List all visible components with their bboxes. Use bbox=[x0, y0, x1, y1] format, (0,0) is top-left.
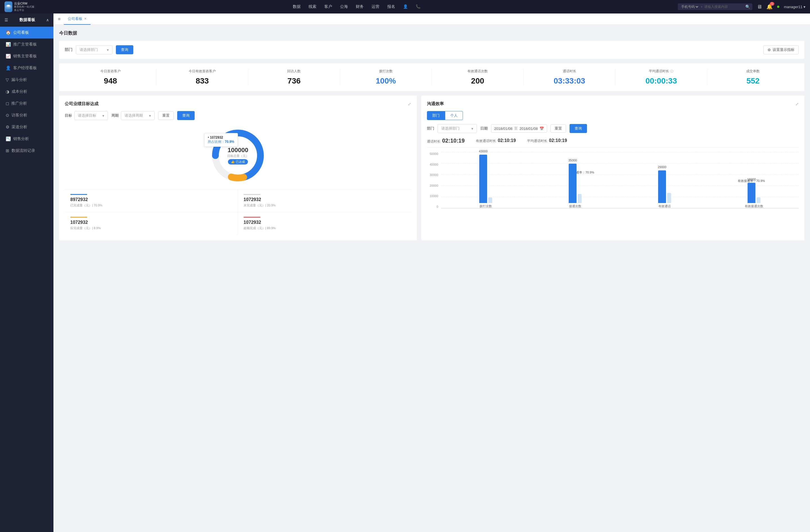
goal-panel-title: 公司业绩目标达成 bbox=[65, 101, 98, 106]
nav-phone-icon[interactable]: 📞 bbox=[416, 3, 420, 11]
donut-chart: 100000 目标总量（元） 👍 已达成 • 1072932 所占比例：70.9… bbox=[207, 124, 269, 186]
nav-data[interactable]: 数据 bbox=[293, 3, 301, 11]
stat-label-effective-calls: 有效通话次数 bbox=[432, 69, 523, 74]
sidebar-item-channel[interactable]: ⚙ 渠道分析 bbox=[0, 121, 53, 133]
notification-badge: 5 bbox=[770, 2, 774, 6]
comm-call-duration: 通话时长 02:10:19 bbox=[427, 137, 465, 144]
should-complete-label: 应完成量（元）| 8.9% bbox=[70, 226, 232, 230]
donut-chart-wrap: 100000 目标总量（元） 👍 已达成 • 1072932 所占比例：70.9… bbox=[65, 124, 411, 186]
sidebar-item-label-channel: 渠道分析 bbox=[12, 124, 27, 130]
search-type-select[interactable]: 手机号码 bbox=[680, 4, 699, 9]
sidebar-item-label-sales: 销售分析 bbox=[13, 136, 29, 142]
goal-target-arrow: ▾ bbox=[102, 114, 104, 118]
stat-label-avg-duration: 平均通话时长 ⓘ bbox=[615, 69, 707, 74]
bar-effective-secondary bbox=[667, 193, 671, 203]
bar-eff-connect-main bbox=[748, 183, 756, 203]
comm-date-range[interactable]: 2018/01/08 至 2018/01/08 📅 bbox=[491, 124, 547, 133]
search-icon[interactable]: 🔍 bbox=[745, 4, 750, 9]
sidebar-title: 数据看板 bbox=[19, 17, 35, 22]
stat-value-deals: 552 bbox=[707, 77, 799, 85]
sales-manager-icon: 📈 bbox=[6, 54, 11, 59]
sidebar-item-cost[interactable]: ◑ 成本分析 bbox=[0, 86, 53, 98]
bar-connect-main bbox=[569, 164, 577, 203]
sidebar: ☰ 数据看板 ∧ 🏠 公司看板 📊 推广主管看板 📈 销售主管看板 👤 客户经理… bbox=[0, 14, 53, 532]
goal-period-arrow: ▾ bbox=[149, 114, 151, 118]
stat-avg-duration: 平均通话时长 ⓘ 00:00:33 bbox=[615, 69, 707, 85]
dept-select[interactable]: 请选择部门 ▾ bbox=[76, 45, 113, 54]
tab-bar: ≡ 公司看板 ✕ bbox=[53, 14, 810, 25]
bar-group-dial-bars: 43000 bbox=[479, 155, 492, 203]
tab-close-icon[interactable]: ✕ bbox=[84, 17, 87, 20]
goal-period-select[interactable]: 请选择周期 ▾ bbox=[121, 111, 155, 120]
sidebar-header[interactable]: ☰ 数据看板 ∧ bbox=[0, 14, 53, 27]
goal-period-placeholder: 请选择周期 bbox=[125, 113, 143, 118]
goal-panel: 公司业绩目标达成 ⤢ 目标 请选择目标 ▾ 周期 bbox=[59, 96, 417, 240]
sidebar-item-sales[interactable]: 📉 销售分析 bbox=[0, 133, 53, 145]
tab-company-board[interactable]: 公司看板 ✕ bbox=[64, 14, 91, 25]
user-menu[interactable]: manager11 ▾ bbox=[784, 5, 806, 9]
goal-reset-button[interactable]: 重置 bbox=[158, 111, 174, 120]
nav-operations[interactable]: 运营 bbox=[372, 3, 379, 11]
bar-effective-main-wrap: 29000 bbox=[658, 170, 666, 203]
calendar-icon: 📅 bbox=[539, 127, 544, 131]
donut-center-badge: 👍 已达成 bbox=[228, 159, 248, 165]
goal-target-placeholder: 请选择目标 bbox=[78, 113, 96, 118]
channel-icon: ⚙ bbox=[6, 124, 9, 130]
comm-query-button[interactable]: 查询 bbox=[569, 124, 587, 133]
comm-tab-individual[interactable]: 个人 bbox=[445, 111, 463, 120]
nav-person-icon[interactable]: 👤 bbox=[403, 3, 408, 11]
sidebar-item-promotion[interactable]: ◻ 推广分析 bbox=[0, 98, 53, 110]
sidebar-item-funnel[interactable]: ▽ 漏斗分析 bbox=[0, 74, 53, 86]
goal-panel-expand-icon[interactable]: ⤢ bbox=[408, 102, 411, 106]
settings-display-button[interactable]: ⚙ 设置显示指标 bbox=[763, 45, 799, 54]
goal-target-select[interactable]: 请选择目标 ▾ bbox=[74, 111, 108, 120]
stat-value-effective-calls: 200 bbox=[432, 77, 523, 85]
comm-panel-title: 沟通效率 bbox=[427, 101, 444, 106]
stat-first-consult: 今日首咨客户 948 bbox=[65, 69, 156, 85]
panels-row: 公司业绩目标达成 ⤢ 目标 请选择目标 ▾ 周期 bbox=[59, 96, 804, 240]
username-label: manager11 bbox=[784, 5, 803, 9]
sidebar-item-promotion-manager[interactable]: 📊 推广主管看板 bbox=[0, 38, 53, 50]
nav-finance[interactable]: 财务 bbox=[356, 3, 364, 11]
visitor-icon: ⊙ bbox=[6, 113, 9, 118]
tab-bar-toggle[interactable]: ≡ bbox=[58, 17, 61, 22]
sidebar-item-visitor[interactable]: ⊙ 访客分析 bbox=[0, 110, 53, 121]
sidebar-item-label-promotion-manager: 推广主管看板 bbox=[13, 42, 37, 47]
tooltip-value: 1072932 bbox=[210, 135, 223, 139]
bar-group-eff-connect: 有效接通率：70.9% 18000 有效接通次数 bbox=[709, 152, 799, 209]
tablet-icon[interactable]: 🖥 bbox=[757, 4, 762, 10]
comm-reset-button[interactable]: 重置 bbox=[550, 124, 566, 133]
uncompleted-label: 未完成量（元）| 20.9% bbox=[244, 203, 406, 207]
sidebar-item-label-sales-manager: 销售主管看板 bbox=[13, 54, 37, 59]
search-input[interactable] bbox=[704, 5, 744, 9]
goal-query-button[interactable]: 查询 bbox=[177, 111, 195, 120]
nav-customers[interactable]: 客户 bbox=[324, 3, 332, 11]
nav-signup[interactable]: 报名 bbox=[387, 3, 395, 11]
stat-label-effective-consult: 今日有效首咨客户 bbox=[156, 69, 248, 74]
goal-filters: 目标 请选择目标 ▾ 周期 请选择周期 ▾ bbox=[65, 111, 411, 120]
bar-x-label-eff-connect: 有效接通次数 bbox=[745, 204, 763, 209]
bar-dial-secondary bbox=[488, 197, 492, 203]
query-button[interactable]: 查询 bbox=[116, 45, 133, 54]
donut-center: 100000 目标总量（元） 👍 已达成 bbox=[227, 147, 249, 165]
nav-leads[interactable]: 线索 bbox=[309, 3, 317, 11]
stat-value-avg-duration: 00:00:33 bbox=[615, 77, 707, 85]
comm-panel-expand-icon[interactable]: ⤢ bbox=[795, 102, 799, 106]
sidebar-item-label-data-flow: 数据流转记录 bbox=[12, 148, 35, 153]
sidebar-item-company-board[interactable]: 🏠 公司看板 bbox=[0, 27, 53, 38]
bar-group-connect: 接通率：70.9% 35000 接通次数 bbox=[531, 152, 620, 209]
sidebar-item-data-flow[interactable]: ⊞ 数据流转记录 bbox=[0, 145, 53, 156]
notification-icon[interactable]: 🔔 5 bbox=[766, 4, 773, 10]
comm-tab-dept[interactable]: 部门 bbox=[427, 111, 445, 120]
logo-icon bbox=[4, 1, 12, 12]
stat-label-return-visits: 回访人数 bbox=[248, 69, 340, 74]
sidebar-item-sales-manager[interactable]: 📈 销售主管看板 bbox=[0, 50, 53, 62]
nav-sea[interactable]: 公海 bbox=[340, 3, 348, 11]
stat-dial-count: 拨打次数 100% bbox=[340, 69, 432, 85]
bar-chart-container: 50000 40000 30000 20000 10000 0 bbox=[427, 152, 799, 214]
sidebar-item-account-manager[interactable]: 👤 客户经理看板 bbox=[0, 62, 53, 74]
bar-group-effective-bars: 29000 bbox=[658, 170, 671, 203]
comm-summary: 通话时长 02:10:19 有效通话时长 02:10:19 平均通话时长 02:… bbox=[427, 137, 799, 148]
dept-select-placeholder: 请选择部门 bbox=[80, 47, 98, 52]
comm-dept-select[interactable]: 请选择部门 ▾ bbox=[438, 124, 477, 133]
